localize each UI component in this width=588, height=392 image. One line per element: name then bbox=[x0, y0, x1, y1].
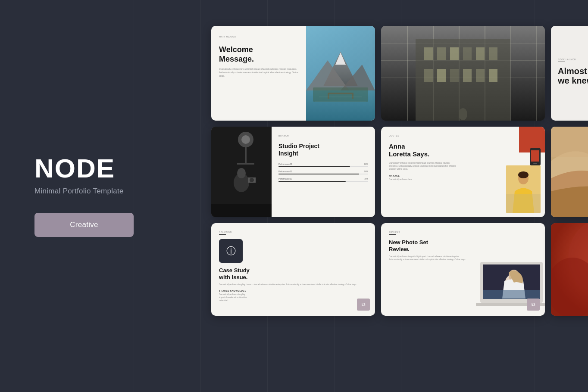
slide-5-mini: Quotes bbox=[389, 134, 537, 137]
slide-studio-project[interactable]: Branch Studio ProjectInsight Performance… bbox=[211, 127, 375, 217]
svg-point-38 bbox=[241, 135, 250, 144]
slide-4-heading: Studio ProjectInsight bbox=[278, 143, 368, 157]
svg-rect-32 bbox=[463, 69, 472, 82]
slide-almost[interactable]: BOOK LAUNCH Almost beforewe knew it. bbox=[551, 26, 588, 121]
slide-photo-review[interactable]: Reviews New Photo SetReview. Dramaticall… bbox=[381, 223, 545, 316]
svg-rect-31 bbox=[450, 69, 459, 82]
brand-subtitle: Minimal Portfolio Template bbox=[34, 187, 134, 196]
slide-8-heading: New Photo SetReview. bbox=[389, 239, 468, 252]
slide-7-content: Solution ⓘ Case Studywith Issue. Dramati… bbox=[211, 223, 375, 316]
svg-point-64 bbox=[551, 258, 588, 316]
svg-rect-16 bbox=[510, 26, 511, 121]
slide-7-tag: SHARED KNOWLEDGE bbox=[219, 289, 367, 292]
slide-1-heading: WelcomeMessage. bbox=[219, 45, 298, 64]
slide-5-heading: AnnaLoretta Says. bbox=[389, 143, 537, 158]
slide-7-corner-icon-box: ⧉ bbox=[357, 299, 370, 311]
slide-5-sub: Dramatically enhance here bbox=[389, 178, 537, 180]
svg-rect-28 bbox=[489, 47, 497, 60]
svg-rect-40 bbox=[237, 163, 254, 165]
slide-8-body: Dramatically enhance long with high impa… bbox=[389, 255, 468, 261]
slide-3-divider bbox=[558, 62, 565, 62]
slides-grid: MAIN HEADER WelcomeMessage. Dramatically… bbox=[211, 26, 588, 366]
slide-3-heading: Almost beforewe knew it. bbox=[558, 66, 588, 85]
slide-3-mini: BOOK LAUNCH bbox=[558, 58, 588, 61]
slide-4-content: Branch Studio ProjectInsight Performance… bbox=[272, 127, 375, 217]
creative-button[interactable]: Creative bbox=[34, 213, 134, 237]
slide-welcome[interactable]: MAIN HEADER WelcomeMessage. Dramatically… bbox=[211, 26, 375, 121]
svg-rect-5 bbox=[306, 90, 375, 121]
slide-1-image bbox=[306, 26, 375, 121]
svg-rect-12 bbox=[407, 26, 408, 121]
slide-7-sub: Dramatically enhance long highimpact cha… bbox=[219, 293, 367, 302]
svg-point-44 bbox=[250, 178, 254, 182]
slide-4-image bbox=[211, 127, 272, 217]
svg-rect-54 bbox=[551, 127, 588, 157]
svg-rect-33 bbox=[476, 69, 485, 82]
slide-anna-loretta[interactable]: Quotes AnnaLoretta Says. Dramatically en… bbox=[381, 127, 545, 217]
brand-title: NODE bbox=[34, 155, 134, 182]
slide-8-content: Reviews New Photo SetReview. Dramaticall… bbox=[381, 223, 476, 316]
slide-partial-3[interactable] bbox=[551, 223, 588, 316]
slide-1-divider bbox=[219, 39, 228, 39]
svg-rect-30 bbox=[437, 69, 446, 82]
slide-5-content: Quotes AnnaLoretta Says. Dramatically en… bbox=[381, 127, 545, 188]
svg-rect-61 bbox=[483, 290, 540, 299]
slide-8-mini: Reviews bbox=[389, 231, 468, 233]
slide-5-manage-label: MANAGE bbox=[389, 174, 537, 177]
slide-1-body: Dramatically enhance long with high impa… bbox=[219, 67, 298, 78]
slide-partial-2[interactable] bbox=[551, 127, 588, 217]
svg-rect-27 bbox=[476, 47, 485, 60]
slide-architecture[interactable] bbox=[381, 26, 545, 121]
svg-rect-8 bbox=[352, 94, 353, 99]
svg-rect-45 bbox=[211, 204, 272, 217]
copy-icon: ⧉ bbox=[362, 302, 366, 308]
slide-7-heading: Case Studywith Issue. bbox=[219, 267, 367, 280]
svg-rect-39 bbox=[245, 147, 247, 165]
slide-7-body: Dramatically enhance long high impact ch… bbox=[219, 283, 367, 286]
svg-rect-34 bbox=[489, 69, 497, 82]
svg-rect-7 bbox=[328, 94, 329, 99]
svg-rect-25 bbox=[450, 47, 459, 60]
svg-rect-29 bbox=[424, 69, 433, 82]
svg-rect-6 bbox=[328, 93, 353, 94]
info-icon: ⓘ bbox=[226, 245, 236, 258]
svg-point-42 bbox=[237, 168, 246, 178]
branding-section: NODE Minimal Portfolio Template Creative bbox=[34, 155, 134, 237]
slide-7-mini: Solution bbox=[219, 231, 367, 233]
slide-case-study[interactable]: Solution ⓘ Case Studywith Issue. Dramati… bbox=[211, 223, 375, 316]
svg-rect-24 bbox=[437, 47, 446, 60]
slide-5-body: Dramatically enhance long with high impa… bbox=[389, 162, 458, 171]
slide-8-corner-icon-box: ⧉ bbox=[527, 299, 540, 311]
slide-7-icon-box: ⓘ bbox=[219, 239, 243, 263]
svg-point-35 bbox=[459, 108, 467, 120]
slide-1-mini-label: MAIN HEADER bbox=[219, 35, 298, 38]
svg-rect-17 bbox=[536, 26, 537, 121]
slide-4-mini: Branch bbox=[278, 134, 368, 137]
copy-icon-2: ⧉ bbox=[532, 302, 535, 308]
svg-rect-23 bbox=[424, 47, 433, 60]
svg-rect-26 bbox=[463, 47, 472, 60]
